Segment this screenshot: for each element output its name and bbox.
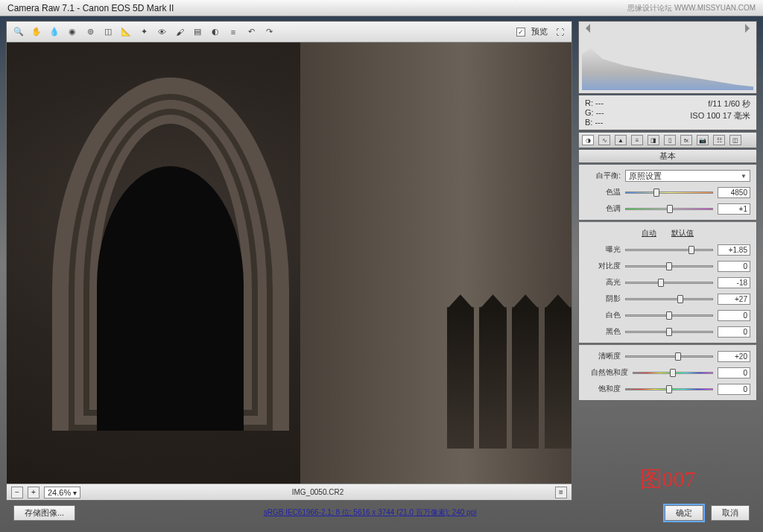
readout-b: B: --- xyxy=(585,118,604,127)
panel-header: 基本 xyxy=(578,150,757,163)
status-bar: − + 24.6% ▾ IMG_0050.CR2 ≡ xyxy=(7,484,572,500)
readout-g: G: --- xyxy=(585,108,604,117)
whites-value[interactable]: 0 xyxy=(718,310,750,321)
tab-camera[interactable]: 📷 xyxy=(697,135,709,145)
redeye-tool-icon[interactable]: 👁 xyxy=(156,26,168,38)
workflow-link[interactable]: sRGB IEC61966-2.1; 8 位; 5616 x 3744 (21.… xyxy=(84,507,656,518)
saturation-value[interactable]: 0 xyxy=(718,384,750,395)
clarity-label: 清晰度 xyxy=(585,351,621,361)
zoom-in-button[interactable]: + xyxy=(28,487,39,498)
tab-curve[interactable]: ∿ xyxy=(598,135,610,145)
tab-lens[interactable]: ▯ xyxy=(664,135,676,145)
contrast-slider[interactable] xyxy=(625,261,713,271)
clarity-slider[interactable] xyxy=(625,351,713,361)
contrast-value[interactable]: 0 xyxy=(718,261,750,272)
highlights-value[interactable]: -18 xyxy=(718,277,750,288)
save-image-button[interactable]: 存储图像... xyxy=(13,505,75,521)
default-link[interactable]: 默认值 xyxy=(671,228,694,238)
highlights-slider[interactable] xyxy=(625,277,713,288)
prefs-icon[interactable]: ≡ xyxy=(227,26,239,38)
color-sampler-icon[interactable]: ◉ xyxy=(66,26,78,38)
whites-slider[interactable] xyxy=(625,310,713,320)
shadows-value[interactable]: +27 xyxy=(718,294,750,305)
grad-filter-icon[interactable]: ▤ xyxy=(191,26,203,38)
blacks-label: 黑色 xyxy=(585,326,621,337)
saturation-slider[interactable] xyxy=(625,384,713,394)
vibrance-slider[interactable] xyxy=(633,367,713,378)
cancel-button[interactable]: 取消 xyxy=(711,505,750,521)
zoom-select[interactable]: 24.6% ▾ xyxy=(44,487,80,498)
tint-slider[interactable] xyxy=(625,203,713,214)
preview-pane: 🔍 ✋ 💧 ◉ ⊚ ◫ 📐 ✦ 👁 🖌 ▤ ◐ ≡ ↶ ↷ ✓ 预览 ⛶ xyxy=(6,21,572,501)
tab-basic[interactable]: ◑ xyxy=(582,135,594,145)
exif-readout: R: --- G: --- B: --- f/11 1/60 秒 ISO 100… xyxy=(578,95,757,130)
temp-label: 色温 xyxy=(585,187,621,197)
ok-button[interactable]: 确定 xyxy=(665,505,703,521)
blacks-value[interactable]: 0 xyxy=(718,326,750,338)
auto-link[interactable]: 自动 xyxy=(642,228,656,238)
shadows-slider[interactable] xyxy=(625,294,713,304)
straighten-tool-icon[interactable]: 📐 xyxy=(120,26,132,38)
histogram[interactable] xyxy=(578,21,757,94)
rotate-ccw-icon[interactable]: ↶ xyxy=(245,26,257,38)
readout-r: R: --- xyxy=(585,98,604,107)
zoom-out-button[interactable]: − xyxy=(11,487,23,498)
vibrance-value[interactable]: 0 xyxy=(718,367,750,379)
panel-tabs: ◑ ∿ ▲ ≡ ◨ ▯ fx 📷 ☷ ◫ xyxy=(578,132,757,148)
blacks-slider[interactable] xyxy=(625,326,713,337)
temp-slider[interactable] xyxy=(625,187,713,197)
wb-select[interactable]: 原照设置 xyxy=(625,170,750,182)
highlight-clip-icon[interactable] xyxy=(745,24,754,33)
tint-value[interactable]: +1 xyxy=(718,203,750,215)
tab-snapshots[interactable]: ◫ xyxy=(729,135,741,145)
hand-tool-icon[interactable]: ✋ xyxy=(31,26,42,38)
exposure-label: 曝光 xyxy=(585,244,621,255)
crop-tool-icon[interactable]: ◫ xyxy=(102,26,114,38)
exposure-slider[interactable] xyxy=(625,244,713,255)
adjust-panel: R: --- G: --- B: --- f/11 1/60 秒 ISO 100… xyxy=(578,21,757,501)
filmstrip-toggle[interactable]: ≡ xyxy=(555,487,567,498)
watermark: 思缘设计论坛 WWW.MISSYUAN.COM xyxy=(627,3,756,13)
target-adjust-icon[interactable]: ⊚ xyxy=(84,26,96,38)
readout-exposure: f/11 1/60 秒 xyxy=(690,98,750,110)
wb-tool-icon[interactable]: 💧 xyxy=(48,26,60,38)
title-bar: Camera Raw 7.1 - Canon EOS 5D Mark II 思缘… xyxy=(0,0,763,16)
fullscreen-icon[interactable]: ⛶ xyxy=(554,26,566,38)
highlights-label: 高光 xyxy=(585,277,621,288)
preview-label: 预览 xyxy=(531,26,548,37)
toolbar: 🔍 ✋ 💧 ◉ ⊚ ◫ 📐 ✦ 👁 🖌 ▤ ◐ ≡ ↶ ↷ ✓ 预览 ⛶ xyxy=(7,22,572,42)
tint-label: 色调 xyxy=(585,203,621,214)
zoom-tool-icon[interactable]: 🔍 xyxy=(13,26,25,38)
window-title: Camera Raw 7.1 - Canon EOS 5D Mark II xyxy=(7,3,174,13)
preview-checkbox[interactable]: ✓ xyxy=(516,28,525,37)
tab-hsl[interactable]: ≡ xyxy=(631,135,643,145)
clarity-value[interactable]: +20 xyxy=(718,351,750,362)
figure-stamp: 图007 xyxy=(578,458,757,501)
shadows-label: 阴影 xyxy=(585,294,621,304)
contrast-label: 对比度 xyxy=(585,261,621,271)
rotate-cw-icon[interactable]: ↷ xyxy=(263,26,275,38)
spot-removal-icon[interactable]: ✦ xyxy=(138,26,150,38)
vibrance-label: 自然饱和度 xyxy=(585,367,628,378)
wb-label: 白平衡: xyxy=(585,171,621,181)
filename-label: IMG_0050.CR2 xyxy=(85,488,551,496)
tab-fx[interactable]: fx xyxy=(680,135,692,145)
radial-filter-icon[interactable]: ◐ xyxy=(209,26,221,38)
exposure-value[interactable]: +1.85 xyxy=(718,244,750,256)
shadow-clip-icon[interactable] xyxy=(581,24,590,33)
bottom-bar: 存储图像... sRGB IEC61966-2.1; 8 位; 5616 x 3… xyxy=(6,501,757,525)
tab-detail[interactable]: ▲ xyxy=(615,135,627,145)
image-preview[interactable] xyxy=(7,42,572,484)
tab-split[interactable]: ◨ xyxy=(648,135,659,145)
whites-label: 白色 xyxy=(585,310,621,320)
readout-iso: ISO 100 17 毫米 xyxy=(690,110,750,121)
tab-presets[interactable]: ☷ xyxy=(713,135,725,145)
temp-value[interactable]: 4850 xyxy=(718,187,750,198)
adjust-brush-icon[interactable]: 🖌 xyxy=(174,26,186,38)
saturation-label: 饱和度 xyxy=(585,384,621,394)
